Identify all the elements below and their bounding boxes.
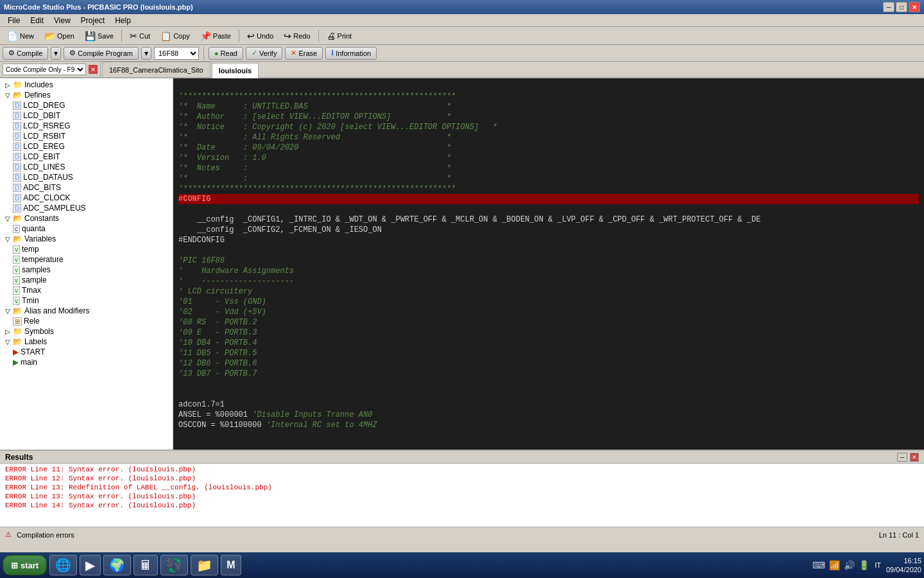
constants-toggle[interactable]: ▽: [3, 215, 13, 222]
sidebar-item-defines[interactable]: ▽ 📂 Defines: [0, 90, 173, 100]
menu-view[interactable]: View: [49, 14, 76, 26]
paste-label: Paste: [213, 32, 231, 40]
paste-icon: 📌: [200, 31, 211, 41]
redo-button[interactable]: ↪ Redo: [279, 29, 314, 43]
taskbar-app-m[interactable]: M: [221, 555, 241, 575]
alias-toggle[interactable]: ▽: [3, 308, 13, 315]
taskbar-media[interactable]: ▶: [80, 555, 101, 575]
copy-icon: 📋: [160, 31, 171, 41]
cut-button[interactable]: ✂ Cut: [125, 29, 155, 43]
symbols-toggle[interactable]: ▷: [3, 328, 13, 335]
sidebar-item-tmin[interactable]: v Tmin: [0, 295, 173, 306]
main-label: main: [21, 358, 37, 367]
editor-area[interactable]: '***************************************…: [173, 78, 924, 450]
sidebar-item-variables[interactable]: ▽ 📂 Variables: [0, 234, 173, 244]
maximize-button[interactable]: □: [896, 2, 907, 12]
start-label: start: [21, 561, 38, 570]
symbols-label: Symbols: [24, 327, 54, 336]
compile-button[interactable]: ⚙ Compile: [3, 47, 48, 60]
results-close[interactable]: ✕: [910, 453, 919, 462]
read-button[interactable]: ● Read: [209, 47, 243, 60]
sidebar-item-adc-sampleus[interactable]: D ADC_SAMPLEUS: [0, 203, 173, 213]
sidebar-item-includes[interactable]: ▷ 📁 Includes: [0, 80, 173, 90]
tab-bar: Code Compile Only - F9 ✕ 16F88_CameraCli…: [0, 62, 924, 78]
sidebar-item-lcd-ereg[interactable]: D LCD_EREG: [0, 141, 173, 152]
print-button[interactable]: 🖨 Print: [322, 29, 357, 43]
information-button[interactable]: ℹ Information: [325, 47, 377, 60]
results-minimize[interactable]: ─: [897, 453, 907, 462]
adc-sampleus-label: ADC_SAMPLEUS: [23, 204, 85, 213]
tmax-label: Tmax: [22, 286, 41, 295]
menu-file[interactable]: File: [3, 14, 25, 26]
sidebar-item-labels[interactable]: ▽ 📂 Labels: [0, 337, 173, 347]
sidebar-item-lcd-ebit[interactable]: D LCD_EBIT: [0, 152, 173, 162]
sidebar-item-main[interactable]: ▶ main: [0, 357, 173, 367]
open-button[interactable]: 📂 Open: [40, 29, 79, 43]
taskbar: ⊞ start 🌐 ▶ 🌍 🖩 💱 📁 M ⌨ 📶 🔊 🔋: [0, 552, 924, 578]
taskbar-ie[interactable]: 🌐: [49, 555, 77, 575]
sidebar-item-start[interactable]: ▶ START: [0, 347, 173, 357]
includes-toggle[interactable]: ▷: [3, 82, 13, 89]
tab-louislouis[interactable]: louislouis: [212, 63, 259, 78]
sidebar-item-lcd-rsbit[interactable]: D LCD_RSBIT: [0, 131, 173, 141]
menu-edit[interactable]: Edit: [25, 14, 49, 26]
sidebar-item-alias[interactable]: ▽ 📂 Alias and Modifiers: [0, 306, 173, 316]
editor-content[interactable]: '***************************************…: [173, 78, 924, 443]
cut-icon: ✂: [130, 31, 137, 41]
sidebar-item-adc-bits[interactable]: D ADC_BITS: [0, 182, 173, 193]
variables-toggle[interactable]: ▽: [3, 236, 13, 243]
lcd-rsbit-label: LCD_RSBIT: [23, 132, 65, 141]
labels-toggle[interactable]: ▽: [3, 338, 13, 346]
chip-selector[interactable]: 16F88 16F84 16F628 18F4520: [154, 47, 199, 60]
menu-project[interactable]: Project: [76, 14, 110, 26]
undo-button[interactable]: ↩ Undo: [243, 29, 278, 43]
samples-label: samples: [22, 265, 51, 274]
defines-toggle[interactable]: ▽: [3, 92, 13, 99]
taskbar-left: ⊞ start 🌐 ▶ 🌍 🖩 💱 📁 M: [3, 555, 241, 575]
lcd-dbit-label: LCD_DBIT: [23, 111, 60, 120]
compile-program-dropdown[interactable]: ▾: [141, 47, 151, 60]
compile-dropdown[interactable]: ▾: [51, 47, 61, 60]
sidebar-item-temperature[interactable]: v temperature: [0, 254, 173, 265]
sidebar-item-constants[interactable]: ▽ 📂 Constants: [0, 213, 173, 223]
sidebar-item-temp[interactable]: v temp: [0, 244, 173, 254]
compile-program-button[interactable]: ⚙ Compile Program: [64, 47, 139, 60]
sidebar-item-quanta[interactable]: c quanta: [0, 223, 173, 234]
paste-button[interactable]: 📌 Paste: [196, 29, 235, 43]
taskbar-chrome[interactable]: 🌍: [103, 555, 131, 575]
sidebar-item-rele[interactable]: ⊞ Rele: [0, 316, 173, 326]
open-label: Open: [57, 32, 74, 40]
chrome-icon: 🌍: [109, 557, 125, 573]
sidebar-item-samples[interactable]: v samples: [0, 265, 173, 275]
start-label: START: [21, 347, 45, 356]
new-button[interactable]: 📄 New: [3, 29, 38, 43]
start-button[interactable]: ⊞ start: [3, 555, 47, 575]
media-icon: ▶: [85, 557, 95, 573]
sidebar-item-lcd-rsreg[interactable]: D LCD_RSREG: [0, 121, 173, 131]
verify-button[interactable]: ✓ Verify: [246, 47, 283, 60]
copy-button[interactable]: 📋 Copy: [156, 29, 194, 43]
taskbar-explorer[interactable]: 📁: [191, 555, 218, 575]
save-button[interactable]: 💾 Save: [80, 29, 118, 43]
taskbar-converter[interactable]: 💱: [160, 555, 188, 575]
sep2: [239, 30, 239, 42]
sidebar-item-tmax[interactable]: v Tmax: [0, 285, 173, 295]
sidebar-item-lcd-dataus[interactable]: D LCD_DATAUS: [0, 172, 173, 182]
sidebar-item-symbols[interactable]: ▷ 📁 Symbols: [0, 326, 173, 337]
erase-button[interactable]: ✕ Erase: [285, 47, 323, 60]
taskbar-calc[interactable]: 🖩: [133, 555, 158, 575]
sidebar-item-lcd-lines[interactable]: D LCD_LINES: [0, 162, 173, 172]
sidebar-item-sample[interactable]: v sample: [0, 275, 173, 285]
sidebar-item-adc-clock[interactable]: D ADC_CLOCK: [0, 193, 173, 203]
code-filter-select[interactable]: Code Compile Only - F9: [3, 64, 86, 75]
sidebar-item-lcd-dbit[interactable]: D LCD_DBIT: [0, 110, 173, 121]
sidebar-item-lcd-dreg[interactable]: D LCD_DREG: [0, 100, 173, 110]
menu-help[interactable]: Help: [110, 14, 136, 26]
tab-filter-close[interactable]: ✕: [89, 65, 98, 74]
minimize-button[interactable]: ─: [883, 2, 894, 12]
close-button[interactable]: ✕: [909, 2, 920, 12]
save-icon: 💾: [85, 31, 96, 41]
tab-16f88[interactable]: 16F88_CameraClimatica_Sito: [102, 62, 210, 77]
verify-label: Verify: [259, 49, 277, 57]
define-icon-lcd-dbit: D: [13, 112, 21, 120]
